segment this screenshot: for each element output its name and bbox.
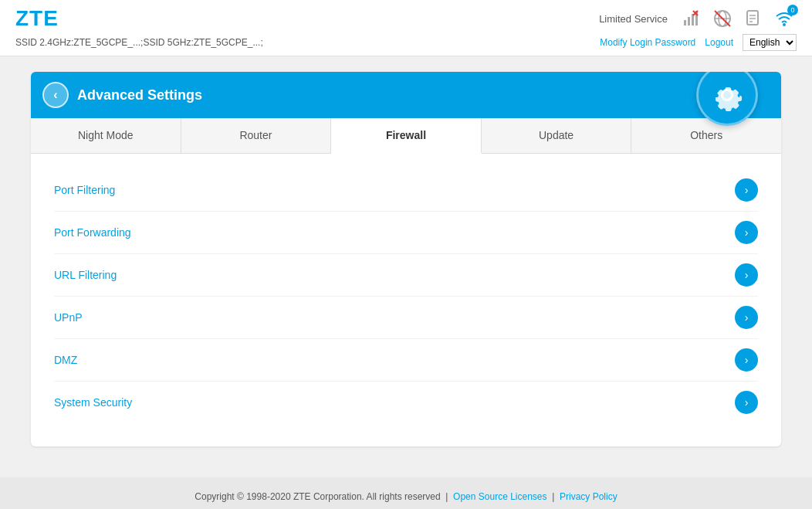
port-filtering-label[interactable]: Port Filtering [54, 184, 115, 196]
menu-item-url-filtering: URL Filtering › [54, 254, 758, 297]
signal-icon [682, 9, 701, 28]
tab-others[interactable]: Others [631, 118, 781, 153]
header-links: Modify Login Password Logout English [600, 34, 797, 51]
svg-rect-1 [688, 17, 690, 25]
language-select[interactable]: English [743, 34, 797, 51]
menu-item-dmz: DMZ › [54, 339, 758, 382]
wifi-icon-box: 0 [772, 6, 797, 31]
port-forwarding-arrow[interactable]: › [735, 221, 758, 244]
globe-icon [712, 8, 732, 29]
menu-item-system-security: System Security › [54, 382, 758, 423]
wifi-badge: 0 [787, 5, 798, 15]
upnp-arrow[interactable]: › [735, 306, 758, 329]
doc-icon-box [741, 6, 766, 31]
menu-item-port-filtering: Port Filtering › [54, 169, 758, 212]
card-header: ‹ Advanced Settings [31, 72, 781, 118]
upnp-label[interactable]: UPnP [54, 311, 83, 324]
tab-update[interactable]: Update [482, 118, 632, 153]
signal-icon-box [679, 6, 704, 31]
copyright-text: Copyright © 1998-2020 ZTE Corporation. A… [195, 491, 440, 502]
card-body: Port Filtering › Port Forwarding › URL F… [31, 154, 781, 446]
tab-night-mode[interactable]: Night Mode [31, 118, 181, 153]
ssid-text: SSID 2.4GHz:ZTE_5GCPE_...;SSID 5GHz:ZTE_… [15, 37, 263, 48]
settings-card: ‹ Advanced Settings Night Mode Router Fi… [31, 72, 781, 446]
limited-service-text: Limited Service [599, 13, 668, 25]
menu-item-upnp: UPnP › [54, 297, 758, 339]
logo: ZTE [15, 6, 59, 31]
dmz-label[interactable]: DMZ [54, 354, 77, 366]
port-filtering-arrow[interactable]: › [735, 178, 758, 202]
footer: Copyright © 1998-2020 ZTE Corporation. A… [0, 477, 812, 509]
url-filtering-arrow[interactable]: › [735, 263, 758, 287]
tabs-container: Night Mode Router Firewall Update Others [31, 118, 781, 154]
url-filtering-label[interactable]: URL Filtering [54, 269, 117, 281]
modify-password-link[interactable]: Modify Login Password [600, 37, 695, 48]
menu-item-port-forwarding: Port Forwarding › [54, 212, 758, 254]
svg-rect-10 [747, 11, 758, 25]
svg-point-14 [783, 23, 786, 26]
svg-rect-0 [684, 20, 686, 25]
privacy-policy-link[interactable]: Privacy Policy [560, 491, 617, 502]
header: ZTE Limited Service [0, 0, 812, 56]
system-security-arrow[interactable]: › [735, 391, 758, 414]
port-forwarding-label[interactable]: Port Forwarding [54, 226, 131, 239]
tab-router[interactable]: Router [181, 118, 332, 153]
dmz-arrow[interactable]: › [735, 348, 758, 372]
doc-icon [744, 9, 763, 28]
main-content: ‹ Advanced Settings Night Mode Router Fi… [0, 56, 812, 462]
gear-icon [696, 72, 758, 126]
globe-icon-box [710, 6, 735, 31]
open-source-link[interactable]: Open Source Licenses [453, 491, 546, 502]
system-security-label[interactable]: System Security [54, 396, 132, 409]
header-icons: 0 [679, 6, 797, 31]
back-button[interactable]: ‹ [42, 82, 69, 108]
card-title: Advanced Settings [77, 87, 202, 103]
header-right: Limited Service [599, 6, 797, 31]
tab-firewall[interactable]: Firewall [331, 118, 482, 154]
logout-link[interactable]: Logout [705, 37, 733, 48]
